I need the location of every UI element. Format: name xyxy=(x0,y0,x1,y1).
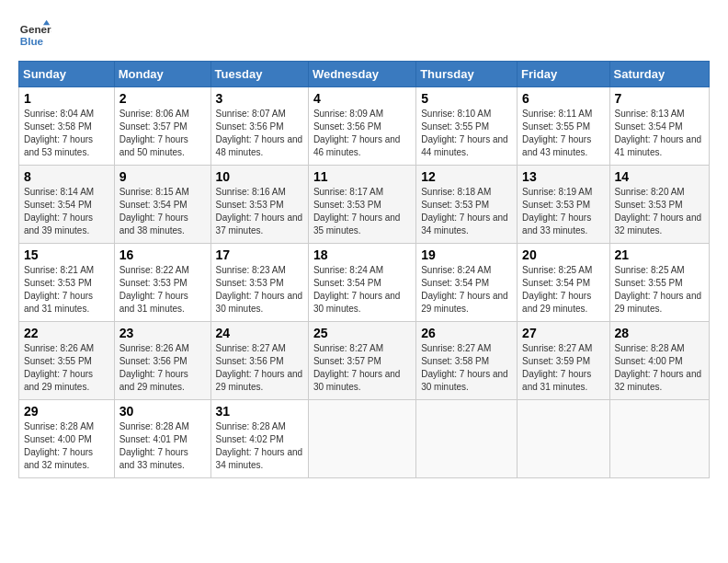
calendar-header-row: SundayMondayTuesdayWednesdayThursdayFrid… xyxy=(19,62,710,87)
day-info: Sunrise: 8:25 AMSunset: 3:55 PMDaylight:… xyxy=(615,264,704,316)
day-number: 28 xyxy=(615,326,704,340)
calendar-cell xyxy=(518,400,609,478)
day-info: Sunrise: 8:24 AMSunset: 3:54 PMDaylight:… xyxy=(421,264,512,316)
day-info: Sunrise: 8:28 AMSunset: 4:02 PMDaylight:… xyxy=(216,420,303,472)
day-number: 29 xyxy=(24,404,109,419)
calendar-cell: 28Sunrise: 8:28 AMSunset: 4:00 PMDayligh… xyxy=(609,322,709,400)
day-info: Sunrise: 8:07 AMSunset: 3:56 PMDaylight:… xyxy=(216,108,303,159)
calendar-cell: 31Sunrise: 8:28 AMSunset: 4:02 PMDayligh… xyxy=(210,400,308,478)
calendar-cell: 27Sunrise: 8:27 AMSunset: 3:59 PMDayligh… xyxy=(518,322,609,400)
weekday-header-friday: Friday xyxy=(518,62,609,87)
calendar-table: SundayMondayTuesdayWednesdayThursdayFrid… xyxy=(18,61,710,478)
day-number: 14 xyxy=(615,169,704,184)
day-info: Sunrise: 8:06 AMSunset: 3:57 PMDaylight:… xyxy=(119,108,206,159)
logo-icon: General Blue xyxy=(18,18,51,52)
calendar-cell: 21Sunrise: 8:25 AMSunset: 3:55 PMDayligh… xyxy=(609,244,709,322)
calendar-cell: 12Sunrise: 8:18 AMSunset: 3:53 PMDayligh… xyxy=(416,166,518,244)
day-number: 17 xyxy=(216,247,303,262)
weekday-header-sunday: Sunday xyxy=(19,62,115,87)
calendar-cell: 11Sunrise: 8:17 AMSunset: 3:53 PMDayligh… xyxy=(308,166,415,244)
calendar-cell xyxy=(416,400,518,478)
page-header: General Blue xyxy=(18,18,710,52)
day-number: 2 xyxy=(119,91,206,106)
day-number: 5 xyxy=(421,91,512,106)
calendar-week-5: 29Sunrise: 8:28 AMSunset: 4:00 PMDayligh… xyxy=(19,400,710,478)
weekday-header-thursday: Thursday xyxy=(416,62,518,87)
day-info: Sunrise: 8:23 AMSunset: 3:53 PMDaylight:… xyxy=(216,264,303,316)
day-info: Sunrise: 8:27 AMSunset: 3:59 PMDaylight:… xyxy=(522,342,604,394)
day-info: Sunrise: 8:24 AMSunset: 3:54 PMDaylight:… xyxy=(313,264,411,316)
calendar-week-4: 22Sunrise: 8:26 AMSunset: 3:55 PMDayligh… xyxy=(19,322,710,400)
calendar-cell: 16Sunrise: 8:22 AMSunset: 3:53 PMDayligh… xyxy=(114,244,210,322)
day-number: 20 xyxy=(522,247,604,262)
calendar-cell xyxy=(609,400,709,478)
calendar-cell: 25Sunrise: 8:27 AMSunset: 3:57 PMDayligh… xyxy=(308,322,415,400)
svg-text:Blue: Blue xyxy=(20,35,44,47)
calendar-cell: 8Sunrise: 8:14 AMSunset: 3:54 PMDaylight… xyxy=(19,166,115,244)
weekday-header-wednesday: Wednesday xyxy=(308,62,415,87)
day-info: Sunrise: 8:18 AMSunset: 3:53 PMDaylight:… xyxy=(421,186,512,237)
day-info: Sunrise: 8:14 AMSunset: 3:54 PMDaylight:… xyxy=(24,186,109,237)
day-info: Sunrise: 8:28 AMSunset: 4:00 PMDaylight:… xyxy=(24,420,109,472)
day-number: 23 xyxy=(119,326,206,340)
day-number: 27 xyxy=(522,326,604,340)
day-info: Sunrise: 8:21 AMSunset: 3:53 PMDaylight:… xyxy=(24,264,109,316)
day-number: 26 xyxy=(421,326,512,340)
day-info: Sunrise: 8:27 AMSunset: 3:56 PMDaylight:… xyxy=(216,342,303,394)
day-number: 12 xyxy=(421,169,512,184)
day-info: Sunrise: 8:15 AMSunset: 3:54 PMDaylight:… xyxy=(119,186,206,237)
day-info: Sunrise: 8:22 AMSunset: 3:53 PMDaylight:… xyxy=(119,264,206,316)
day-info: Sunrise: 8:17 AMSunset: 3:53 PMDaylight:… xyxy=(313,186,411,237)
calendar-week-1: 1Sunrise: 8:04 AMSunset: 3:58 PMDaylight… xyxy=(19,87,710,166)
calendar-cell: 26Sunrise: 8:27 AMSunset: 3:58 PMDayligh… xyxy=(416,322,518,400)
day-number: 6 xyxy=(522,91,604,106)
day-number: 4 xyxy=(313,91,411,106)
day-number: 1 xyxy=(24,91,109,106)
day-number: 7 xyxy=(615,91,704,106)
day-info: Sunrise: 8:25 AMSunset: 3:54 PMDaylight:… xyxy=(522,264,604,316)
calendar-cell: 30Sunrise: 8:28 AMSunset: 4:01 PMDayligh… xyxy=(114,400,210,478)
calendar-cell: 2Sunrise: 8:06 AMSunset: 3:57 PMDaylight… xyxy=(114,87,210,166)
day-info: Sunrise: 8:13 AMSunset: 3:54 PMDaylight:… xyxy=(615,108,704,159)
calendar-cell: 14Sunrise: 8:20 AMSunset: 3:53 PMDayligh… xyxy=(609,166,709,244)
day-number: 3 xyxy=(216,91,303,106)
calendar-cell: 13Sunrise: 8:19 AMSunset: 3:53 PMDayligh… xyxy=(518,166,609,244)
day-number: 15 xyxy=(24,247,109,262)
calendar-cell: 15Sunrise: 8:21 AMSunset: 3:53 PMDayligh… xyxy=(19,244,115,322)
calendar-week-2: 8Sunrise: 8:14 AMSunset: 3:54 PMDaylight… xyxy=(19,166,710,244)
weekday-header-saturday: Saturday xyxy=(609,62,709,87)
calendar-cell: 20Sunrise: 8:25 AMSunset: 3:54 PMDayligh… xyxy=(518,244,609,322)
weekday-header-tuesday: Tuesday xyxy=(210,62,308,87)
calendar-cell: 22Sunrise: 8:26 AMSunset: 3:55 PMDayligh… xyxy=(19,322,115,400)
calendar-cell: 6Sunrise: 8:11 AMSunset: 3:55 PMDaylight… xyxy=(518,87,609,166)
calendar-cell: 29Sunrise: 8:28 AMSunset: 4:00 PMDayligh… xyxy=(19,400,115,478)
calendar-cell: 4Sunrise: 8:09 AMSunset: 3:56 PMDaylight… xyxy=(308,87,415,166)
day-info: Sunrise: 8:09 AMSunset: 3:56 PMDaylight:… xyxy=(313,108,411,159)
calendar-cell: 7Sunrise: 8:13 AMSunset: 3:54 PMDaylight… xyxy=(609,87,709,166)
day-info: Sunrise: 8:19 AMSunset: 3:53 PMDaylight:… xyxy=(522,186,604,237)
day-number: 30 xyxy=(119,404,206,419)
day-info: Sunrise: 8:10 AMSunset: 3:55 PMDaylight:… xyxy=(421,108,512,159)
day-number: 19 xyxy=(421,247,512,262)
calendar-cell: 3Sunrise: 8:07 AMSunset: 3:56 PMDaylight… xyxy=(210,87,308,166)
calendar-cell xyxy=(308,400,415,478)
day-info: Sunrise: 8:27 AMSunset: 3:58 PMDaylight:… xyxy=(421,342,512,394)
day-info: Sunrise: 8:26 AMSunset: 3:55 PMDaylight:… xyxy=(24,342,109,394)
calendar-week-3: 15Sunrise: 8:21 AMSunset: 3:53 PMDayligh… xyxy=(19,244,710,322)
day-number: 25 xyxy=(313,326,411,340)
calendar-cell: 10Sunrise: 8:16 AMSunset: 3:53 PMDayligh… xyxy=(210,166,308,244)
day-number: 11 xyxy=(313,169,411,184)
calendar-cell: 17Sunrise: 8:23 AMSunset: 3:53 PMDayligh… xyxy=(210,244,308,322)
day-number: 21 xyxy=(615,247,704,262)
day-number: 9 xyxy=(119,169,206,184)
calendar-cell: 1Sunrise: 8:04 AMSunset: 3:58 PMDaylight… xyxy=(19,87,115,166)
calendar-cell: 18Sunrise: 8:24 AMSunset: 3:54 PMDayligh… xyxy=(308,244,415,322)
day-info: Sunrise: 8:04 AMSunset: 3:58 PMDaylight:… xyxy=(24,108,109,159)
day-info: Sunrise: 8:26 AMSunset: 3:56 PMDaylight:… xyxy=(119,342,206,394)
day-number: 18 xyxy=(313,247,411,262)
day-number: 22 xyxy=(24,326,109,340)
day-number: 13 xyxy=(522,169,604,184)
calendar-cell: 24Sunrise: 8:27 AMSunset: 3:56 PMDayligh… xyxy=(210,322,308,400)
day-number: 16 xyxy=(119,247,206,262)
day-info: Sunrise: 8:28 AMSunset: 4:00 PMDaylight:… xyxy=(615,342,704,394)
